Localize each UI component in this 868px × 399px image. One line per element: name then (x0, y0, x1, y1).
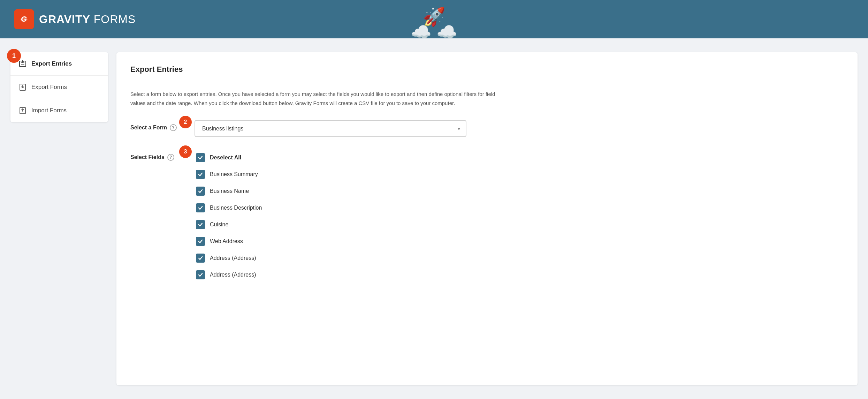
address-2-checkbox[interactable] (196, 270, 205, 279)
step-3-badge: 3 (179, 145, 192, 158)
sidebar-item-import-forms-label: Import Forms (31, 107, 67, 114)
select-form-label: Select a Form ? (130, 120, 186, 131)
deselect-all-label: Deselect All (210, 155, 241, 161)
rocket-decoration: 🚀 ☁️ ☁️ (411, 8, 457, 38)
sidebar-item-export-entries[interactable]: Export Entries (10, 52, 108, 76)
sidebar-item-export-entries-label: Export Entries (31, 60, 72, 67)
app-header: G GRAVITY FORMS 🚀 ☁️ ☁️ (0, 0, 868, 38)
deselect-all-checkbox[interactable] (196, 153, 205, 162)
logo-icon: G (14, 9, 34, 29)
select-fields-help-icon[interactable]: ? (167, 154, 174, 161)
select-fields-label: Select Fields ? (130, 150, 186, 161)
select-form-dropdown[interactable]: Business listings Contact Form Registrat… (195, 120, 466, 137)
field-web-address[interactable]: Web Address (195, 233, 263, 249)
business-name-checkbox[interactable] (196, 187, 205, 196)
business-description-label: Business Description (210, 205, 262, 211)
sidebar-item-export-forms[interactable]: Export Forms (10, 76, 108, 99)
select-form-wrapper: Business listings Contact Form Registrat… (195, 120, 466, 137)
web-address-label: Web Address (210, 238, 243, 244)
fields-checkbox-list: Deselect All Business Summary Business N… (195, 150, 263, 283)
main-container: 1 Export Entries (0, 38, 868, 399)
web-address-checkbox[interactable] (196, 237, 205, 246)
cuisine-label: Cuisine (210, 221, 228, 228)
business-summary-label: Business Summary (210, 171, 258, 178)
select-form-help-icon[interactable]: ? (170, 124, 177, 131)
content-area: Export Entries Select a form below to ex… (116, 52, 858, 385)
step-2-badge: 2 (179, 116, 192, 128)
page-title: Export Entries (130, 65, 844, 81)
logo: G GRAVITY FORMS (14, 9, 136, 29)
import-forms-icon (19, 107, 26, 114)
business-summary-checkbox[interactable] (196, 170, 205, 179)
address-1-checkbox[interactable] (196, 254, 205, 263)
sidebar-menu: Export Entries Export Forms (10, 52, 108, 122)
sidebar: 1 Export Entries (10, 52, 108, 385)
export-entries-icon (19, 60, 26, 68)
deselect-all-item[interactable]: Deselect All (195, 150, 263, 166)
field-address-1[interactable]: Address (Address) (195, 250, 263, 266)
step-1-badge: 1 (7, 49, 21, 63)
field-business-description[interactable]: Business Description (195, 200, 263, 216)
business-description-checkbox[interactable] (196, 203, 205, 212)
field-cuisine[interactable]: Cuisine (195, 217, 263, 233)
field-address-2[interactable]: Address (Address) (195, 267, 263, 283)
cuisine-checkbox[interactable] (196, 220, 205, 229)
select-form-section: Select a Form ? 2 Business listings Cont… (130, 120, 844, 137)
export-forms-icon (19, 83, 26, 91)
field-business-summary[interactable]: Business Summary (195, 166, 263, 182)
select-fields-section: Select Fields ? 3 Deselect All Business … (130, 150, 844, 283)
address-2-label: Address (Address) (210, 272, 256, 278)
field-business-name[interactable]: Business Name (195, 183, 263, 199)
description-text: Select a form below to export entries. O… (130, 90, 496, 107)
sidebar-item-import-forms[interactable]: Import Forms (10, 99, 108, 122)
logo-text: GRAVITY FORMS (39, 13, 136, 26)
svg-text:G: G (21, 15, 27, 23)
sidebar-item-export-forms-label: Export Forms (31, 84, 67, 91)
address-1-label: Address (Address) (210, 255, 256, 261)
business-name-label: Business Name (210, 188, 249, 194)
